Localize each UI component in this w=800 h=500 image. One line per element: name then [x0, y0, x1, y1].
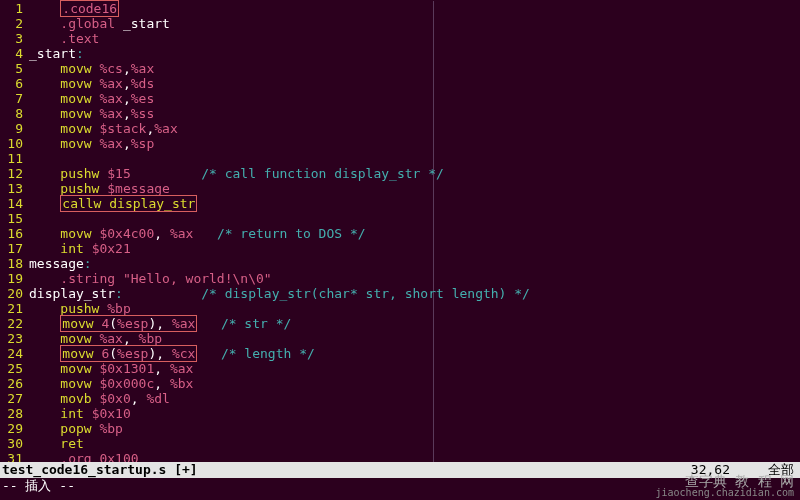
mode-indicator: -- 插入 -- — [2, 478, 75, 493]
line-number: 20 — [1, 286, 29, 301]
line-number: 14 — [1, 196, 29, 211]
line-number: 17 — [1, 241, 29, 256]
code-line[interactable]: message: — [29, 256, 799, 271]
line-number: 9 — [1, 121, 29, 136]
highlight-box: .code16 — [60, 0, 119, 17]
code-line[interactable]: pushw $message — [29, 181, 799, 196]
code-line[interactable]: .text — [29, 31, 799, 46]
line-number: 2 — [1, 16, 29, 31]
line-number: 8 — [1, 106, 29, 121]
line-number: 13 — [1, 181, 29, 196]
line-number: 7 — [1, 91, 29, 106]
highlight-box: movw 4(%esp), %ax — [60, 315, 197, 332]
code-line[interactable] — [29, 211, 799, 226]
line-number: 22 — [1, 316, 29, 331]
code-line[interactable]: movw $stack,%ax — [29, 121, 799, 136]
code-line[interactable] — [29, 151, 799, 166]
highlight-box: movw 6(%esp), %cx — [60, 345, 197, 362]
code-line[interactable]: movw 6(%esp), %cx /* length */ — [29, 346, 799, 361]
line-number: 16 — [1, 226, 29, 241]
watermark: 查字典 教 程 网 jiaocheng.chazidian.com — [656, 476, 794, 498]
line-number: 29 — [1, 421, 29, 436]
line-number: 18 — [1, 256, 29, 271]
code-line[interactable]: movw %ax,%sp — [29, 136, 799, 151]
editor-pane[interactable]: 1234567891011121314151617181920212223242… — [1, 1, 799, 462]
status-filename: test_code16_startup.s [+] — [2, 462, 198, 478]
code-line[interactable]: movw 4(%esp), %ax /* str */ — [29, 316, 799, 331]
line-number: 24 — [1, 346, 29, 361]
code-line[interactable]: .global _start — [29, 16, 799, 31]
code-line[interactable]: int $0x10 — [29, 406, 799, 421]
code-line[interactable]: movw $0x4c00, %ax /* return to DOS */ — [29, 226, 799, 241]
code-area[interactable]: .code16 .global _start .text_start: movw… — [29, 1, 799, 481]
code-line[interactable]: movw %ax,%ss — [29, 106, 799, 121]
code-line[interactable]: display_str: /* display_str(char* str, s… — [29, 286, 799, 301]
code-line[interactable]: movw %ax,%ds — [29, 76, 799, 91]
line-number: 26 — [1, 376, 29, 391]
code-line[interactable]: movb $0x0, %dl — [29, 391, 799, 406]
line-number: 30 — [1, 436, 29, 451]
line-number: 28 — [1, 406, 29, 421]
code-line[interactable]: .string "Hello, world!\n\0" — [29, 271, 799, 286]
line-number: 27 — [1, 391, 29, 406]
code-line[interactable]: .code16 — [29, 1, 799, 16]
line-number: 23 — [1, 331, 29, 346]
line-number: 5 — [1, 61, 29, 76]
code-line[interactable]: _start: — [29, 46, 799, 61]
line-number: 11 — [1, 151, 29, 166]
code-line[interactable]: movw $0x000c, %bx — [29, 376, 799, 391]
line-number: 10 — [1, 136, 29, 151]
code-line[interactable]: callw display_str — [29, 196, 799, 211]
code-line[interactable]: movw %cs,%ax — [29, 61, 799, 76]
line-number: 12 — [1, 166, 29, 181]
line-number: 6 — [1, 76, 29, 91]
code-line[interactable]: movw %ax, %bp — [29, 331, 799, 346]
line-number: 21 — [1, 301, 29, 316]
code-line[interactable]: int $0x21 — [29, 241, 799, 256]
code-line[interactable]: movw $0x1301, %ax — [29, 361, 799, 376]
line-number-gutter: 1234567891011121314151617181920212223242… — [1, 1, 29, 481]
line-number: 15 — [1, 211, 29, 226]
code-line[interactable]: popw %bp — [29, 421, 799, 436]
code-line[interactable]: pushw $15 /* call function display_str *… — [29, 166, 799, 181]
line-number: 4 — [1, 46, 29, 61]
line-number: 3 — [1, 31, 29, 46]
code-line[interactable]: movw %ax,%es — [29, 91, 799, 106]
code-line[interactable]: pushw %bp — [29, 301, 799, 316]
line-number: 25 — [1, 361, 29, 376]
line-number: 19 — [1, 271, 29, 286]
highlight-box: callw display_str — [60, 195, 197, 212]
line-number: 1 — [1, 1, 29, 16]
code-line[interactable]: ret — [29, 436, 799, 451]
